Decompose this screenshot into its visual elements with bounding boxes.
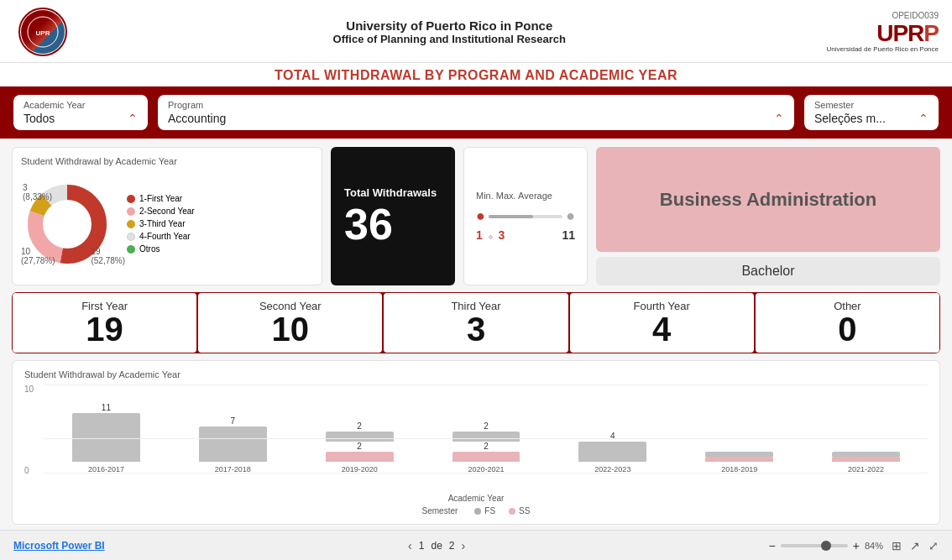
year-cell-fourth: Fourth Year 4 — [570, 293, 754, 353]
svg-point-7 — [45, 202, 89, 246]
bar-ss-2018 — [705, 457, 773, 462]
bar-label-fs-2022: 4 — [610, 432, 615, 441]
main-content: Student Withdrawal by Academic Year 3 (8… — [0, 139, 952, 530]
share-icon[interactable]: ↗ — [910, 539, 920, 552]
uprp-logo: UPRP — [876, 22, 939, 45]
footer: Microsoft Power BI ‹ 1 de 2 › − + 84% ⊞ … — [0, 530, 952, 560]
chart-content: 10 0 11 — [24, 385, 928, 492]
zoom-slider[interactable] — [781, 544, 848, 547]
page-title-bar: TOTAL WITHDRAWAL BY PROGRAM AND ACADEMIC… — [0, 63, 952, 86]
year-cell-third: Third Year 3 — [384, 293, 568, 353]
third-year-legend-label: 3-Third Year — [139, 219, 185, 228]
bar-ss-2020 — [452, 452, 520, 462]
fullscreen-icon[interactable]: ⊞ — [892, 539, 902, 552]
page-total: 2 — [449, 540, 455, 552]
program-label: Program — [168, 100, 784, 110]
zoom-plus-icon[interactable]: + — [853, 539, 860, 552]
legend-item-second-year: 2-Second Year — [127, 207, 195, 216]
program-value-row[interactable]: Accounting ⌃ — [168, 112, 784, 125]
program-value: Accounting — [168, 112, 226, 125]
first-year-legend-label: 1-First Year — [139, 194, 182, 203]
bar-fs-2020 — [452, 432, 520, 442]
donut-legend: 1-First Year 2-Second Year 3-Third Year — [127, 194, 195, 254]
bachelor-panel: Bachelor — [596, 257, 940, 285]
first-year-value: 19 — [86, 312, 123, 346]
svg-text:UPR: UPR — [36, 29, 50, 37]
semester-value-row[interactable]: Seleções m... ⌃ — [814, 112, 928, 125]
third-year-dot — [127, 220, 135, 228]
semester-value: Seleções m... — [814, 112, 886, 125]
opeido-code: OPEIDO039 — [892, 11, 939, 20]
footer-right: − + 84% ⊞ ↗ ⤢ — [769, 539, 939, 552]
logo-inner: UPR — [21, 10, 65, 54]
ss-legend-item: SS — [509, 506, 530, 516]
semester-label-static: Semester — [422, 506, 458, 516]
donut-label-19: 19 (52,78%) — [91, 247, 125, 265]
bachelor-title: Bachelor — [741, 264, 794, 279]
fourth-year-dot — [127, 233, 135, 241]
chevron-down-icon-program: ⌃ — [774, 112, 784, 125]
bar-chart-area: 10 0 11 — [24, 385, 928, 516]
bar-area: 11 2016-2017 7 2017-2018 — [44, 385, 928, 492]
legend-item-fourth-year: 4-Fourth Year — [127, 232, 195, 241]
logo-circle: UPR — [18, 8, 67, 56]
office-name: Office of Planning and Institutional Res… — [72, 33, 827, 45]
minmax-max-dot: ● — [566, 207, 575, 225]
page-title: TOTAL WITHDRAWAL BY PROGRAM AND ACADEMIC… — [0, 68, 952, 83]
bar-label-fs-2016: 11 — [102, 403, 111, 412]
semester-filter[interactable]: Semester Seleções m... ⌃ — [804, 95, 939, 130]
third-year-value: 3 — [467, 312, 485, 346]
prev-page-button[interactable]: ‹ — [408, 539, 412, 552]
academic-year-value-row[interactable]: Todos ⌃ — [24, 112, 138, 125]
bar-label-fs-2019: 2 — [357, 421, 362, 431]
y-max: 10 — [24, 385, 44, 394]
expand-icon[interactable]: ⤢ — [928, 539, 939, 552]
second-year-legend-label: 2-Second Year — [139, 207, 195, 216]
semester-label: Semester — [814, 100, 928, 110]
bar-label-ss-2020: 2 — [484, 442, 489, 451]
fourth-year-legend-label: 4-Fourth Year — [139, 232, 191, 241]
bar-ss-2019 — [326, 452, 394, 462]
minmax-label: Min. Max. Average — [476, 191, 575, 201]
zoom-slider-thumb[interactable] — [821, 541, 831, 551]
donut-chart-panel: Student Withdrawal by Academic Year 3 (8… — [12, 147, 322, 285]
biz-admin-column: Business Administration Bachelor — [596, 147, 940, 285]
zoom-percentage: 84% — [865, 541, 883, 551]
bars-container: 11 2016-2017 7 2017-2018 — [44, 385, 928, 474]
page-current: 1 — [419, 540, 425, 552]
total-withdrawals-value: 36 — [344, 202, 393, 246]
minmax-bar-track — [489, 215, 562, 218]
program-filter[interactable]: Program Accounting ⌃ — [158, 95, 794, 130]
chevron-down-icon-semester: ⌃ — [918, 112, 928, 125]
minmax-min-dot: ● — [476, 207, 485, 225]
academic-year-label: Academic Year — [24, 100, 138, 110]
header-center: University of Puerto Rico in Ponce Offic… — [72, 18, 827, 45]
bar-chart-legend: Semester FS SS — [24, 506, 928, 516]
gridline-mid — [44, 438, 928, 439]
zoom-minus-icon[interactable]: − — [769, 539, 776, 552]
header: UPR University of Puerto Rico in Ponce O… — [0, 0, 952, 63]
top-row: Student Withdrawal by Academic Year 3 (8… — [12, 147, 940, 285]
academic-year-filter[interactable]: Academic Year Todos ⌃ — [13, 95, 148, 130]
biz-admin-title: Business Administration — [660, 189, 876, 211]
bar-chart-panel: Student Withdrawal by Academic Year 10 0 — [12, 360, 940, 525]
second-year-dot — [127, 207, 135, 216]
bar-label-ss-2019: 2 — [357, 442, 362, 451]
fourth-year-value: 4 — [652, 312, 671, 346]
total-withdrawals-label: Total Withdrawals — [344, 186, 437, 200]
bar-fs-2022 — [578, 442, 646, 462]
bar-fs-2019 — [326, 432, 394, 442]
legend-item-otros: Otros — [127, 244, 195, 254]
next-page-button[interactable]: › — [462, 539, 466, 552]
powerbi-brand-link[interactable]: Microsoft Power BI — [13, 540, 105, 552]
legend-item-third-year: 3-Third Year — [127, 219, 195, 228]
y-zero: 0 — [24, 466, 44, 475]
year-cell-first: First Year 19 — [13, 293, 196, 353]
legend-item-first-year: 1-First Year — [127, 194, 195, 203]
fs-legend-item: FS — [474, 506, 495, 516]
biz-admin-panel: Business Administration — [596, 147, 940, 252]
fs-legend-label: FS — [484, 506, 495, 516]
other-value: 0 — [838, 312, 856, 346]
minmax-bar-row: ● ● — [476, 207, 575, 225]
minmax-avg-value: 1 ⬦ 3 — [476, 228, 505, 242]
